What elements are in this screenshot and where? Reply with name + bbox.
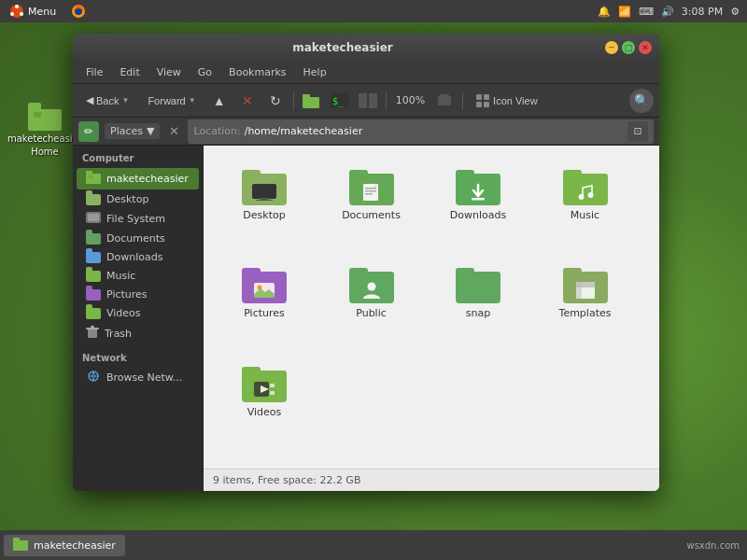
snap-folder-icon-large bbox=[456, 268, 500, 303]
svg-rect-12 bbox=[438, 96, 451, 105]
file-item-documents[interactable]: Documents bbox=[330, 164, 414, 253]
maximize-icon: □ bbox=[625, 43, 633, 52]
desktop-folder-icon bbox=[86, 194, 101, 205]
file-item-desktop[interactable]: Desktop bbox=[222, 164, 306, 253]
desktop-folder-icon-large bbox=[242, 170, 287, 205]
svg-rect-50 bbox=[34, 112, 41, 118]
svg-rect-14 bbox=[476, 94, 482, 100]
svg-rect-33 bbox=[365, 190, 376, 192]
sidebar-item-maketecheasier[interactable]: maketecheasier bbox=[77, 168, 199, 189]
file-item-downloads[interactable]: Downloads bbox=[436, 164, 520, 253]
svg-rect-30 bbox=[256, 200, 273, 201]
taskbar-item-label: maketecheasier bbox=[34, 539, 116, 552]
music-label: Music bbox=[571, 209, 599, 221]
search-button[interactable]: 🔍 bbox=[629, 89, 654, 113]
icon-view-button[interactable]: Icon View bbox=[469, 91, 545, 110]
svg-rect-19 bbox=[86, 171, 92, 175]
notification-icon[interactable]: 🔔 bbox=[598, 6, 611, 18]
file-item-public[interactable]: Public bbox=[330, 262, 414, 351]
taskbar-branding: wsxdn.com bbox=[686, 540, 740, 551]
menu-file[interactable]: File bbox=[78, 64, 110, 80]
places-dropdown-arrow-icon: ▼ bbox=[147, 125, 154, 137]
sidebar-label-videos: Videos bbox=[106, 307, 141, 319]
menu-help[interactable]: Help bbox=[296, 64, 334, 80]
sidebar-item-videos[interactable]: Videos bbox=[77, 304, 199, 322]
toggle-extra-pane-button[interactable] bbox=[356, 89, 380, 113]
close-places-button[interactable]: ✕ bbox=[165, 123, 182, 140]
places-dropdown[interactable]: Places ▼ bbox=[105, 123, 160, 139]
home-folder-desktop-icon[interactable]: maketecheasier Home bbox=[7, 103, 82, 157]
minimize-button[interactable]: ─ bbox=[605, 41, 618, 54]
new-folder-button[interactable] bbox=[300, 89, 324, 113]
keyboard-icon[interactable]: ⌨ bbox=[639, 6, 654, 18]
file-item-templates[interactable]: Templates bbox=[543, 262, 627, 351]
sidebar-item-browse-network[interactable]: Browse Netw... bbox=[77, 368, 199, 387]
menu-bookmarks[interactable]: Bookmarks bbox=[221, 64, 293, 80]
settings-icon[interactable]: ⚙ bbox=[730, 6, 740, 18]
network-icon[interactable]: 📶 bbox=[618, 6, 631, 18]
home-folder-desktop-label2: Home bbox=[31, 147, 59, 157]
desktop-label: Desktop bbox=[243, 209, 285, 221]
svg-rect-47 bbox=[270, 391, 275, 395]
pictures-folder-icon-large bbox=[242, 268, 287, 303]
file-item-snap[interactable]: snap bbox=[436, 262, 520, 351]
back-dropdown-icon: ▼ bbox=[121, 96, 129, 105]
desktop-icons: maketecheasier Home bbox=[7, 103, 82, 157]
location-path[interactable]: /home/maketecheasier bbox=[245, 125, 624, 137]
svg-rect-28 bbox=[252, 184, 276, 199]
pictures-label: Pictures bbox=[244, 307, 285, 319]
file-item-pictures[interactable]: Pictures bbox=[222, 262, 306, 351]
file-item-music[interactable]: Music bbox=[543, 164, 627, 253]
menu-edit[interactable]: Edit bbox=[112, 64, 147, 80]
documents-folder-icon-large bbox=[349, 170, 394, 205]
trash-icon bbox=[86, 326, 99, 342]
stop-button[interactable]: ✕ bbox=[235, 89, 260, 113]
forward-button[interactable]: Forward ▼ bbox=[140, 92, 203, 109]
svg-rect-52 bbox=[13, 538, 20, 542]
svg-rect-22 bbox=[88, 214, 99, 221]
volume-icon[interactable]: 🔊 bbox=[661, 6, 674, 18]
maximize-button[interactable]: □ bbox=[622, 41, 635, 54]
svg-point-3 bbox=[10, 12, 14, 16]
sidebar-item-trash[interactable]: Trash bbox=[77, 323, 199, 344]
sidebar-item-pictures[interactable]: Pictures bbox=[77, 286, 199, 303]
taskbar-right: wsxdn.com bbox=[686, 540, 743, 551]
pictures-folder-icon bbox=[86, 289, 101, 301]
sidebar-item-filesystem[interactable]: File System bbox=[77, 209, 199, 229]
toggle-location-entry-button[interactable]: ✏ bbox=[78, 121, 99, 142]
computer-section-header: Computer bbox=[73, 146, 203, 167]
public-label: Public bbox=[356, 307, 387, 319]
open-terminal-button[interactable]: $_ bbox=[328, 89, 352, 113]
menu-view[interactable]: View bbox=[149, 64, 189, 80]
sidebar-item-documents[interactable]: Documents bbox=[77, 230, 199, 247]
taskbar-item-maketecheasier[interactable]: maketecheasier bbox=[4, 535, 125, 556]
search-icon: 🔍 bbox=[634, 93, 649, 107]
close-button[interactable]: ✕ bbox=[639, 41, 652, 54]
back-button[interactable]: ◀ Back ▼ bbox=[78, 91, 136, 109]
svg-rect-13 bbox=[440, 94, 449, 96]
taskbar-folder-icon bbox=[13, 538, 28, 553]
sidebar-label-pictures: Pictures bbox=[106, 288, 148, 301]
taskbar: maketecheasier wsxdn.com bbox=[0, 530, 747, 560]
file-item-videos[interactable]: Videos bbox=[222, 361, 306, 450]
svg-rect-35 bbox=[472, 198, 485, 201]
back-label: Back bbox=[96, 95, 119, 106]
svg-rect-15 bbox=[484, 94, 489, 100]
documents-label: Documents bbox=[342, 209, 401, 221]
firefox-taskbar-btn[interactable] bbox=[65, 2, 92, 21]
reload-button[interactable]: ↻ bbox=[263, 89, 288, 113]
sidebar-item-music[interactable]: Music bbox=[77, 267, 199, 285]
zoom-toggle-button[interactable] bbox=[432, 89, 457, 113]
sidebar-item-desktop[interactable]: Desktop bbox=[77, 190, 199, 208]
back-arrow-icon: ◀ bbox=[86, 94, 93, 106]
svg-point-1 bbox=[15, 5, 19, 8]
up-button[interactable]: ▲ bbox=[207, 89, 232, 113]
svg-point-2 bbox=[20, 12, 23, 16]
applications-menu-button[interactable]: Menu bbox=[4, 2, 62, 21]
svg-rect-24 bbox=[86, 328, 99, 329]
menu-go[interactable]: Go bbox=[190, 64, 219, 80]
location-end-button[interactable]: ⊡ bbox=[627, 121, 648, 142]
sidebar-item-downloads[interactable]: Downloads bbox=[77, 248, 199, 266]
sidebar-label-downloads: Downloads bbox=[106, 251, 162, 263]
svg-rect-32 bbox=[365, 188, 376, 189]
